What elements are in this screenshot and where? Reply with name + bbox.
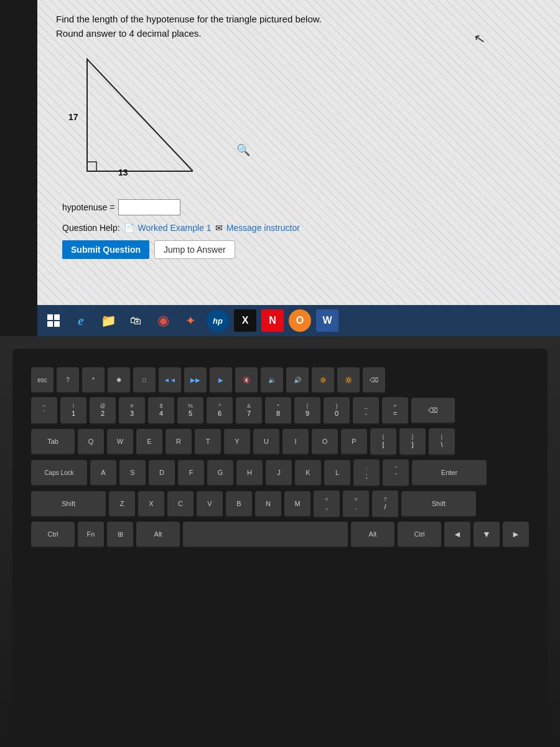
key-comma[interactable]: <,: [314, 491, 340, 518]
key-s[interactable]: S: [119, 460, 146, 486]
worked-example-link[interactable]: Worked Example 1: [138, 223, 212, 233]
key-u[interactable]: U: [253, 429, 279, 455]
key-9[interactable]: (9: [294, 397, 320, 425]
key-e[interactable]: E: [136, 429, 162, 455]
key-0[interactable]: )0: [324, 397, 350, 425]
key-f3[interactable]: ✱: [108, 367, 130, 393]
key-k[interactable]: K: [295, 460, 321, 486]
key-f12[interactable]: 🔆: [337, 367, 360, 393]
question-line2: Round answer to 4 decimal places.: [56, 27, 541, 41]
key-5[interactable]: %5: [177, 397, 203, 425]
key-period[interactable]: >.: [343, 491, 369, 518]
key-fn[interactable]: Fn: [78, 522, 104, 548]
key-minus[interactable]: _-: [353, 397, 379, 425]
key-d[interactable]: D: [149, 460, 175, 486]
key-f10[interactable]: 🔊: [286, 367, 309, 393]
key-q[interactable]: Q: [78, 429, 104, 455]
key-shift-left[interactable]: Shift: [31, 491, 106, 517]
key-f11[interactable]: 🔅: [312, 367, 334, 393]
key-l[interactable]: L: [324, 460, 350, 486]
media-player-icon[interactable]: ◉: [151, 308, 175, 333]
key-enter[interactable]: Enter: [412, 460, 487, 486]
key-f[interactable]: F: [178, 460, 204, 486]
key-v[interactable]: V: [197, 491, 223, 517]
key-ctrl-right[interactable]: Ctrl: [398, 522, 441, 548]
key-t[interactable]: T: [195, 429, 221, 455]
key-tab[interactable]: Tab: [31, 429, 75, 455]
key-7[interactable]: &7: [236, 397, 262, 425]
key-m[interactable]: M: [284, 491, 310, 517]
key-2[interactable]: @2: [90, 397, 116, 425]
word-icon[interactable]: W: [315, 308, 340, 333]
key-1[interactable]: !1: [60, 397, 86, 425]
jump-to-answer-button[interactable]: Jump to Answer: [154, 240, 235, 259]
key-semicolon[interactable]: :;: [353, 459, 380, 487]
store-icon[interactable]: 🛍: [123, 308, 148, 333]
o-app-icon[interactable]: O: [287, 308, 312, 333]
key-arrow-down[interactable]: ▼: [474, 522, 500, 548]
laptop-palm-rest: esc ? * ✱ □ ◄◄ ▶▶ ▶ 🔇 🔉 🔊 🔅 🔆 ⌫ ~` !1 @2: [0, 336, 560, 747]
key-o[interactable]: O: [312, 429, 338, 455]
key-n[interactable]: N: [255, 491, 281, 517]
key-win[interactable]: ⊞: [107, 522, 133, 548]
key-quote[interactable]: "': [383, 459, 409, 487]
asdf-row: Caps Lock A S D F G H J K L :; "' Enter: [31, 459, 529, 487]
key-arrow-right[interactable]: ►: [503, 522, 529, 548]
key-f7[interactable]: ▶: [210, 367, 232, 393]
key-6[interactable]: ^6: [207, 397, 233, 425]
hypotenuse-input[interactable]: [118, 199, 180, 215]
key-shift-right[interactable]: Shift: [401, 491, 476, 517]
key-z[interactable]: Z: [109, 491, 135, 517]
key-alt-left[interactable]: Alt: [136, 522, 180, 548]
key-caps[interactable]: Caps Lock: [31, 460, 87, 486]
app-star-icon[interactable]: ✦: [178, 308, 203, 333]
bottom-row: Ctrl Fn ⊞ Alt Alt Ctrl ◄ ▼ ►: [31, 522, 529, 548]
key-ctrl-left[interactable]: Ctrl: [31, 522, 75, 548]
key-alt-right[interactable]: Alt: [351, 522, 394, 548]
key-f9[interactable]: 🔉: [261, 367, 283, 393]
key-8[interactable]: *8: [265, 397, 291, 425]
key-g[interactable]: G: [207, 460, 233, 486]
key-bracket-left[interactable]: {[: [370, 428, 396, 456]
file-explorer-icon[interactable]: 📁: [96, 308, 121, 333]
x-app-icon[interactable]: X: [233, 308, 258, 333]
key-3[interactable]: #3: [119, 397, 145, 425]
key-f8[interactable]: 🔇: [235, 367, 258, 393]
key-4[interactable]: $4: [148, 397, 174, 425]
key-space[interactable]: [183, 522, 348, 548]
help-label: Question Help:: [62, 223, 120, 233]
key-backspace[interactable]: ⌫: [411, 398, 455, 424]
key-j[interactable]: J: [266, 460, 292, 486]
hp-icon[interactable]: hp: [205, 308, 230, 333]
netflix-icon[interactable]: N: [260, 308, 285, 333]
edge-icon[interactable]: e: [68, 308, 93, 333]
key-h[interactable]: H: [236, 460, 263, 486]
key-x[interactable]: X: [138, 491, 164, 517]
key-f2[interactable]: *: [82, 367, 105, 393]
key-b[interactable]: B: [226, 491, 252, 517]
key-backslash[interactable]: |\: [429, 428, 455, 456]
key-c[interactable]: C: [167, 491, 194, 517]
key-f6[interactable]: ▶▶: [184, 367, 207, 393]
key-r[interactable]: R: [166, 429, 192, 455]
message-instructor-link[interactable]: Message instructor: [226, 223, 300, 233]
key-f4[interactable]: □: [133, 367, 156, 393]
key-esc[interactable]: esc: [31, 367, 54, 393]
windows-start-button[interactable]: [41, 308, 66, 333]
key-backspace-top[interactable]: ⌫: [363, 367, 385, 393]
key-y[interactable]: Y: [224, 429, 250, 455]
key-equals[interactable]: +=: [382, 397, 408, 425]
key-i[interactable]: I: [282, 429, 309, 455]
key-f1[interactable]: ?: [57, 367, 79, 393]
key-p[interactable]: P: [341, 429, 367, 455]
key-slash[interactable]: ?/: [372, 491, 398, 518]
submit-question-button[interactable]: Submit Question: [62, 240, 149, 259]
key-w[interactable]: W: [107, 429, 133, 455]
key-a[interactable]: A: [90, 460, 116, 486]
side-b-label: 13: [118, 167, 128, 177]
key-f5[interactable]: ◄◄: [159, 367, 181, 393]
key-backtick[interactable]: ~`: [31, 397, 57, 425]
question-line1: Find the length of the hypotenuse for th…: [56, 12, 541, 27]
key-bracket-right[interactable]: }]: [399, 428, 426, 456]
key-arrow-left[interactable]: ◄: [444, 522, 470, 548]
